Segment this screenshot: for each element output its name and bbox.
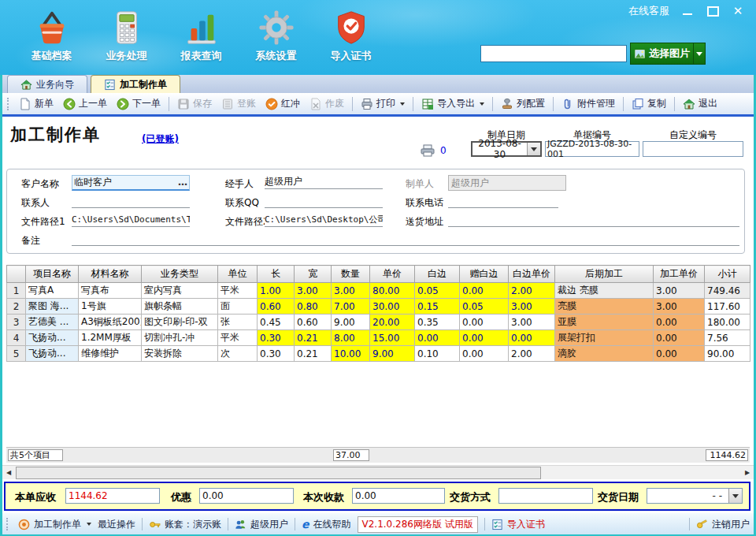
item-cell[interactable]: 写真A xyxy=(26,283,79,299)
column-header[interactable]: 白边单价 xyxy=(509,266,555,283)
nav-item-base-archives[interactable]: 基础档案 xyxy=(14,9,89,63)
item-cell[interactable]: 7.56 xyxy=(705,330,750,346)
item-cell[interactable]: 图文印刷-印-双 xyxy=(142,315,218,330)
item-cell[interactable]: 维修维护 xyxy=(79,346,142,362)
column-header[interactable] xyxy=(7,266,26,283)
logout-item[interactable]: 注销用户 xyxy=(696,518,750,531)
item-cell[interactable]: 0.00 xyxy=(654,346,705,362)
path2-field[interactable]: C:\Users\Sd\Desktop\公司 xyxy=(265,213,383,227)
item-cell[interactable]: 平米 xyxy=(218,330,258,346)
tab-processing-order[interactable]: 加工制作单 xyxy=(91,75,180,93)
item-cell[interactable]: 0.00 xyxy=(460,283,509,299)
column-header[interactable]: 项目名称 xyxy=(26,266,79,283)
post-account-button[interactable]: 登账 xyxy=(217,95,261,112)
column-header[interactable]: 单价 xyxy=(370,266,415,283)
column-header[interactable]: 加工单价 xyxy=(654,266,705,283)
item-cell[interactable]: 飞扬动... xyxy=(26,330,79,346)
new-order-button[interactable]: 新单 xyxy=(14,95,58,112)
item-cell[interactable]: 10.00 xyxy=(332,346,370,362)
online-help-item[interactable]: e 在线帮助 xyxy=(302,518,351,531)
item-cell[interactable]: 80.00 xyxy=(370,283,415,299)
item-cell[interactable]: 180.00 xyxy=(705,315,750,330)
save-button[interactable]: 保存 xyxy=(172,95,217,112)
nav-item-reports[interactable]: 报表查询 xyxy=(164,9,239,63)
item-cell[interactable]: 3.00 xyxy=(654,299,705,315)
item-cell[interactable]: 安装拆除 xyxy=(142,346,218,362)
item-cell[interactable]: 飞扬动... xyxy=(26,346,79,362)
column-header[interactable]: 白边 xyxy=(415,266,460,283)
item-cell[interactable]: 0.00 xyxy=(654,330,705,346)
attachment-button[interactable]: 附件管理 xyxy=(557,95,620,112)
item-cell[interactable]: 0.30 xyxy=(258,346,295,362)
prev-order-button[interactable]: 上一单 xyxy=(58,95,112,112)
date-dropdown-button[interactable] xyxy=(527,143,540,155)
item-cell[interactable]: 1.2MM厚板 xyxy=(79,330,142,346)
horizontal-scrollbar[interactable]: ◀ ▶ xyxy=(2,465,754,479)
item-cell[interactable]: 切割冲孔-冲 xyxy=(142,330,218,346)
posted-status-link[interactable]: (已登账) xyxy=(142,132,179,146)
item-cell[interactable]: 0.10 xyxy=(415,346,460,362)
scroll-left-arrow[interactable]: ◀ xyxy=(2,466,15,479)
item-cell[interactable]: 次 xyxy=(218,346,258,362)
customer-browse-button[interactable]: … xyxy=(176,176,189,189)
received-field[interactable]: 0.00 xyxy=(352,488,445,504)
column-config-button[interactable]: 列配置 xyxy=(496,95,550,112)
item-cell[interactable]: 1.00 xyxy=(258,283,295,299)
customer-field[interactable]: 临时客户 … xyxy=(72,175,190,191)
item-cell[interactable]: 3.00 xyxy=(654,283,705,299)
item-cell[interactable]: 裁边 亮膜 xyxy=(555,283,654,299)
item-cell[interactable]: 0.00 xyxy=(460,346,509,362)
item-cell[interactable]: 3.00 xyxy=(295,283,332,299)
item-cell[interactable]: 亚膜 xyxy=(555,315,654,330)
item-cell[interactable]: 0.00 xyxy=(460,315,509,330)
item-cell[interactable]: 3.00 xyxy=(332,283,370,299)
item-cell[interactable]: 0.00 xyxy=(460,330,509,346)
item-cell[interactable]: 0.60 xyxy=(295,315,332,330)
item-cell[interactable]: 0.60 xyxy=(258,299,295,315)
red-flush-button[interactable]: 红冲 xyxy=(261,95,305,112)
item-cell[interactable]: 0.15 xyxy=(415,299,460,315)
item-cell[interactable]: 2.00 xyxy=(509,283,555,299)
close-button[interactable]: ✕ xyxy=(731,6,745,17)
item-cell[interactable]: 117.60 xyxy=(705,299,750,315)
item-cell[interactable]: 张 xyxy=(218,315,258,330)
item-cell[interactable]: 旗帜条幅 xyxy=(142,299,218,315)
item-cell[interactable]: 8.00 xyxy=(332,330,370,346)
pick-image-dropdown[interactable] xyxy=(693,43,705,64)
item-cell[interactable]: 9.00 xyxy=(370,346,415,362)
import-export-button[interactable]: 导入导出 xyxy=(417,95,489,112)
column-header[interactable]: 单位 xyxy=(218,266,258,283)
delivery-date-combo[interactable]: - - xyxy=(647,488,743,504)
nav-item-business[interactable]: 业务处理 xyxy=(89,9,164,63)
item-cell[interactable]: 0.21 xyxy=(295,346,332,362)
minimize-button[interactable] xyxy=(680,6,695,17)
item-cell[interactable]: 0.45 xyxy=(258,315,295,330)
image-path-input[interactable] xyxy=(480,45,627,62)
nav-item-settings[interactable]: 系统设置 xyxy=(239,9,313,63)
online-support-link[interactable]: 在线客服 xyxy=(628,4,669,18)
qq-field[interactable] xyxy=(265,194,383,208)
item-cell[interactable]: 0.35 xyxy=(415,315,460,330)
item-cell[interactable]: 30.00 xyxy=(370,299,415,315)
recent-actions-item[interactable]: 最近操作 xyxy=(98,518,135,531)
amount-due-field[interactable]: 1144.62 xyxy=(65,488,160,504)
column-header[interactable]: 宽 xyxy=(295,266,332,283)
item-cell[interactable]: 0.21 xyxy=(295,330,332,346)
item-cell[interactable]: 3.00 xyxy=(509,299,555,315)
statusbar-doc-menu[interactable]: 加工制作单 xyxy=(18,518,91,531)
maximize-button[interactable] xyxy=(706,6,720,17)
column-header[interactable]: 后期加工 xyxy=(555,266,654,283)
item-cell[interactable]: 面 xyxy=(218,299,258,315)
column-header[interactable]: 小计 xyxy=(705,266,750,283)
next-order-button[interactable]: 下一单 xyxy=(112,95,165,112)
note-field[interactable] xyxy=(72,232,739,246)
scroll-right-arrow[interactable]: ▶ xyxy=(741,466,754,479)
tab-business-wizard[interactable]: 业务向导 xyxy=(7,75,87,93)
import-cert-item[interactable]: 导入证书 xyxy=(491,518,545,531)
item-cell[interactable]: 0.80 xyxy=(295,299,332,315)
item-cell[interactable]: 3.00 xyxy=(509,315,555,330)
custom-number-field[interactable] xyxy=(643,141,743,157)
item-cell[interactable]: 15.00 xyxy=(370,330,415,346)
item-cell[interactable]: 室内写真 xyxy=(142,283,218,299)
column-header[interactable]: 长 xyxy=(258,266,295,283)
